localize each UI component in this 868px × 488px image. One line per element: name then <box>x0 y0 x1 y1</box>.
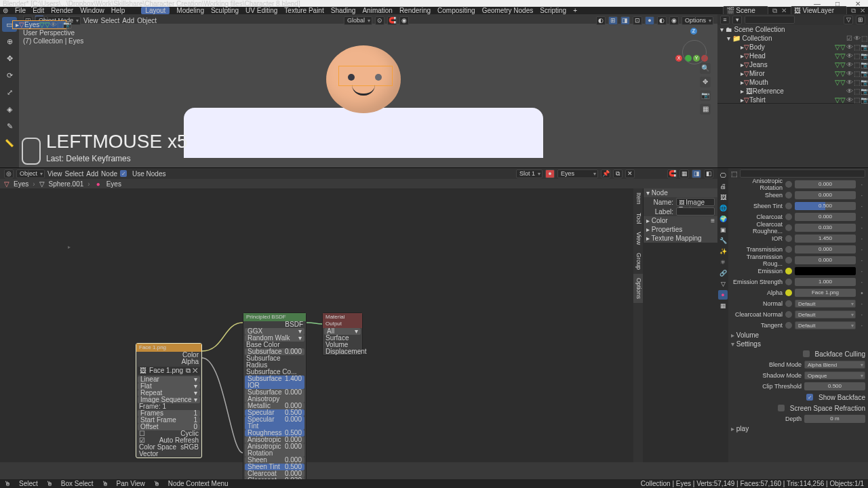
shadow-mode-drop[interactable]: Opaque <box>804 371 865 380</box>
depth-val[interactable]: 0 m <box>804 415 865 423</box>
chk-showback[interactable]: ✓ <box>806 394 813 401</box>
node-editor-type-icon[interactable]: ◎ <box>4 169 14 178</box>
chk-ssr[interactable] <box>778 405 785 411</box>
outliner-item-eyes[interactable]: ▸ ▽ Eyes ▽ ▽👁⬚📷 <box>12 20 66 29</box>
workspace-animation[interactable]: Animation <box>362 7 392 14</box>
outliner-item-tshirt[interactable]: ▸ ▽ Tshirt ▽ ▽👁⬚📷 <box>717 96 868 104</box>
outliner-item-body[interactable]: ▸ ▽ Body ▽ ▽👁⬚📷 <box>717 43 868 52</box>
layer-new-icon[interactable]: ⧉ <box>851 7 856 15</box>
overlay-toggle[interactable]: ⊞ <box>608 16 618 25</box>
ptab-particle[interactable]: ✨ <box>718 247 728 256</box>
prop-transmission-roug-[interactable]: Transmission Roug...0.000· <box>728 255 868 266</box>
node-menu-select[interactable]: Select <box>65 170 84 178</box>
vp-menu-view[interactable]: View <box>83 17 98 24</box>
node-label-field[interactable] <box>676 207 715 216</box>
prop-emission-strength[interactable]: Emission Strength1.000· <box>728 277 868 287</box>
shade-wire[interactable]: ⊡ <box>633 16 642 25</box>
outliner-new-coll[interactable]: ⊞ <box>856 16 865 24</box>
node-snap[interactable]: 🧲 <box>667 169 677 178</box>
workspace-add[interactable]: + <box>573 7 577 14</box>
tab-group[interactable]: Group <box>633 249 643 274</box>
menu-file[interactable]: File <box>15 7 26 14</box>
tool-annotate[interactable]: ✎ <box>2 119 17 134</box>
prop-alpha[interactable]: AlphaFace 1.png• <box>728 287 868 298</box>
nav-zoom[interactable]: 🔍 <box>700 63 711 74</box>
node-material-output[interactable]: Material Output All▾ Surface Volume Disp… <box>322 312 363 356</box>
ptab-world[interactable]: 🌍 <box>718 214 728 224</box>
outliner-type-icon[interactable]: ≡ <box>720 16 730 24</box>
outliner-item-head[interactable]: ▸ ▽ Head ▽ ▽👁⬚📷 <box>717 52 868 60</box>
sec-display[interactable]: play <box>728 424 868 433</box>
workspace-modeling[interactable]: Modeling <box>176 7 204 14</box>
node-overlay3[interactable]: ◧ <box>704 169 713 178</box>
mat-pin[interactable]: 📌 <box>601 169 610 178</box>
outliner-root[interactable]: ▾ 🖿 Scene Collection <box>717 25 868 34</box>
node-type-drop[interactable]: Object <box>16 169 45 178</box>
outliner-display-icon[interactable]: ▾ <box>732 16 742 24</box>
xray-toggle[interactable]: ◨ <box>620 16 630 25</box>
menu-help[interactable]: Help <box>111 7 125 14</box>
outliner-item-jeans[interactable]: ▸ ▽ Jeans ▽ ▽👁⬚📷 <box>717 60 868 69</box>
node-menu-node[interactable]: Node <box>101 170 117 178</box>
prop-emission[interactable]: Emission· <box>728 266 868 277</box>
ptab-scene[interactable]: 🌐 <box>718 203 728 213</box>
outliner-item-miror[interactable]: ▸ ▽ Miror ▽ ▽👁⬚📷 <box>717 69 868 78</box>
tab-item[interactable]: Item <box>633 188 643 209</box>
tab-tool[interactable]: Tool <box>633 209 643 228</box>
outliner-item-mouth[interactable]: ▸ ▽ Mouth ▽ ▽👁⬚📷 <box>717 78 868 87</box>
ptab-texture[interactable]: ▦ <box>718 301 728 310</box>
scene-new-icon[interactable]: ⧉ <box>772 7 777 15</box>
viewport-3d[interactable]: ◫ Object Mode View Select Add Object Glo… <box>19 14 717 167</box>
props-search[interactable] <box>740 169 865 178</box>
shade-render[interactable]: ◉ <box>669 16 679 25</box>
node-overlay1[interactable]: ▦ <box>679 169 689 178</box>
pivot-icon[interactable]: ⊙ <box>375 16 384 25</box>
ptab-physics[interactable]: ⚛ <box>718 258 728 267</box>
clip-threshold[interactable]: 0.500 <box>804 382 865 390</box>
tool-scale[interactable]: ⤢ <box>2 85 17 100</box>
outliner-search[interactable] <box>745 16 795 24</box>
scene-del-icon[interactable]: ✕ <box>781 7 787 14</box>
use-nodes-check[interactable]: ✓ <box>120 170 127 177</box>
ptab-modifier[interactable]: 🔧 <box>718 236 728 245</box>
sec-texmap[interactable]: ▸ Texture Mapping <box>644 234 717 243</box>
prop-sheen[interactable]: Sheen0.000· <box>728 190 868 201</box>
sec-volume[interactable]: Volume <box>728 331 868 340</box>
orientation-dropdown[interactable]: Global <box>344 16 372 25</box>
ptab-object[interactable]: ▣ <box>718 225 728 235</box>
node-name-field[interactable]: 🖼 Image Texture <box>676 198 715 206</box>
node-overlay2[interactable]: ◨ <box>692 169 701 178</box>
menu-edit[interactable]: Edit <box>33 7 44 14</box>
sec-color[interactable]: ▸ Color ≡ <box>644 216 717 225</box>
shade-solid[interactable]: ● <box>645 16 654 25</box>
workspace-shading[interactable]: Shading <box>331 7 356 14</box>
ptab-mesh[interactable]: ▽ <box>718 279 728 289</box>
options-dropdown[interactable]: Options <box>682 16 713 25</box>
outliner-item-reference[interactable]: ▸ 🖼 Reference👁⬚📷 <box>717 87 868 96</box>
blender-icon[interactable]: ⊚ <box>3 7 8 14</box>
nav-gizmo[interactable]: X Y Z <box>678 28 711 60</box>
ptab-output[interactable]: 🖨 <box>718 182 728 191</box>
mat-icon[interactable]: ● <box>545 169 555 178</box>
prop-tangent[interactable]: TangentDefault· <box>728 320 868 331</box>
layer-del-icon[interactable]: ✕ <box>860 7 865 14</box>
sec-props[interactable]: ▸ Properties <box>644 225 717 234</box>
tool-transform[interactable]: ◈ <box>2 102 17 117</box>
vp-menu-add[interactable]: Add <box>122 17 134 24</box>
workspace-geonodes[interactable]: Geometry Nodes <box>482 7 534 14</box>
prop-clearcoat-normal[interactable]: Clearcoat NormalDefault· <box>728 309 868 320</box>
outliner-collection[interactable]: ▾ 📁 Collection☑👁⬚ <box>717 34 868 43</box>
proportional-icon[interactable]: ◉ <box>399 16 409 25</box>
sec-settings[interactable]: Settings <box>728 340 868 348</box>
ptab-material[interactable]: ● <box>718 290 728 300</box>
workspace-rendering[interactable]: Rendering <box>399 7 431 14</box>
node-image-texture[interactable]: Face 1.png Color Alpha 🖼Face 1.png⧉ ✕ Li… <box>136 343 202 458</box>
workspace-layout[interactable]: Layout <box>141 7 170 14</box>
vp-menu-object[interactable]: Object <box>137 17 157 24</box>
prop-normal[interactable]: NormalDefault· <box>728 298 868 309</box>
sec-node[interactable]: ▾ Node <box>644 188 717 197</box>
nav-persp[interactable]: ▦ <box>700 104 711 115</box>
mat-name[interactable]: Eyes <box>557 169 598 178</box>
nav-pan[interactable]: ✥ <box>700 77 711 87</box>
prop-anisotropic-rotation[interactable]: Anisotropic Rotation0.000· <box>728 179 868 190</box>
